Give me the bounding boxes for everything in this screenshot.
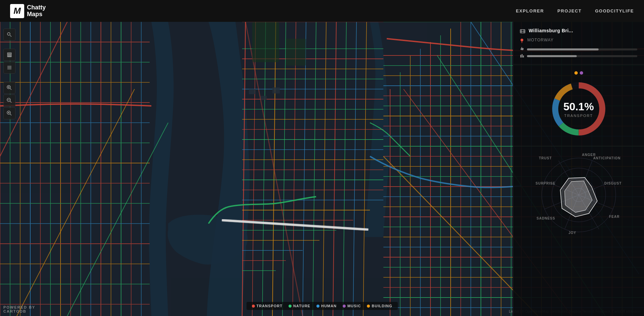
rating-bar-row: [520, 47, 637, 52]
legend-building: Building: [367, 304, 392, 308]
stats-icon: [520, 53, 524, 59]
stats-fill: [527, 55, 577, 57]
building-label: Building: [372, 304, 392, 308]
svg-rect-137: [7, 53, 11, 54]
header: M Chatty Maps Explorer Project GoodCityL…: [0, 0, 644, 22]
svg-line-151: [10, 114, 11, 115]
zoom-in-button[interactable]: [3, 82, 15, 94]
nature-label: Nature: [293, 304, 310, 308]
logo-area: M Chatty Maps: [10, 4, 46, 18]
svg-point-152: [8, 112, 9, 113]
surprise-label: SURPRISE: [536, 182, 556, 185]
legend-transport: Transport: [252, 304, 282, 308]
powered-by: POWERED BY CARTODB: [3, 305, 35, 313]
bridge-icon: [520, 29, 525, 35]
human-dot: [316, 305, 319, 308]
donut-area: 50.1% Transport: [513, 65, 644, 146]
donut-percentage: 50.1%: [563, 101, 594, 113]
legend: Transport Nature Human Music Building: [246, 302, 397, 310]
joy-label: JOY: [569, 231, 576, 235]
building-dot: [367, 305, 370, 308]
dot-orange: [574, 71, 578, 75]
donut-dots: [574, 71, 583, 75]
svg-rect-158: [520, 55, 521, 57]
rating-fill: [527, 48, 599, 50]
stats-bar-row: [520, 53, 637, 59]
donut-chart: 50.1% Transport: [548, 79, 609, 139]
svg-rect-159: [522, 54, 523, 57]
svg-point-157: [521, 39, 523, 41]
rating-track: [527, 48, 637, 50]
pin-icon: [520, 38, 524, 44]
transport-label: Transport: [256, 304, 282, 308]
nav: Explorer Project GoodCityLife: [516, 8, 634, 13]
location-name: Williamsburg Bri...: [529, 28, 573, 33]
svg-line-144: [10, 88, 11, 90]
nav-explorer[interactable]: Explorer: [516, 8, 544, 13]
nav-project[interactable]: Project: [558, 8, 582, 13]
svg-rect-160: [523, 55, 524, 57]
dot-purple: [580, 71, 583, 75]
svg-point-135: [7, 33, 10, 35]
nav-goodcitylife[interactable]: GoodCityLife: [595, 8, 634, 13]
stats-track: [527, 55, 637, 57]
right-panel: Williamsburg Bri... Motorway: [513, 22, 644, 316]
location-card: Williamsburg Bri... Motorway: [513, 22, 644, 65]
donut-label: Transport: [563, 114, 594, 118]
svg-rect-139: [7, 56, 11, 57]
logo-icon[interactable]: M: [10, 4, 24, 18]
map-container[interactable]: Transport Nature Human Music Building Le…: [0, 22, 644, 316]
fear-label: FEAR: [609, 215, 619, 219]
location-type-row: Motorway: [520, 38, 637, 44]
nature-dot: [289, 305, 292, 308]
legend-music: Music: [343, 304, 361, 308]
transport-dot: [252, 305, 255, 308]
left-controls: [3, 29, 15, 119]
radar-chart: ANGER ANTICIPATION DISGUST FEAR JOY SADN…: [535, 151, 622, 239]
donut-center: 50.1% Transport: [563, 101, 594, 118]
zoom-reset-button[interactable]: [3, 107, 15, 119]
sadness-label: SADNESS: [537, 216, 555, 220]
thumbs-up-icon: [520, 47, 524, 52]
legend-nature: Nature: [289, 304, 310, 308]
layers-button[interactable]: [3, 49, 15, 61]
info-button[interactable]: [3, 62, 15, 74]
svg-rect-138: [7, 54, 11, 55]
disgust-label: DISGUST: [604, 182, 621, 185]
location-type: Motorway: [527, 38, 554, 42]
legend-human: Human: [316, 304, 337, 308]
music-dot: [343, 305, 346, 308]
anticipation-label: ANTICIPATION: [593, 156, 621, 160]
svg-line-148: [10, 101, 11, 103]
emotion-radar-area: ANGER ANTICIPATION DISGUST FEAR JOY SADN…: [513, 146, 644, 316]
human-label: Human: [321, 304, 337, 308]
zoom-out-button[interactable]: [3, 94, 15, 107]
svg-line-136: [10, 35, 11, 37]
music-label: Music: [347, 304, 361, 308]
search-button[interactable]: [3, 29, 15, 41]
location-name-row: Williamsburg Bri...: [520, 28, 637, 35]
trust-label: TRUST: [539, 156, 552, 160]
logo-text: Chatty Maps: [27, 4, 46, 18]
